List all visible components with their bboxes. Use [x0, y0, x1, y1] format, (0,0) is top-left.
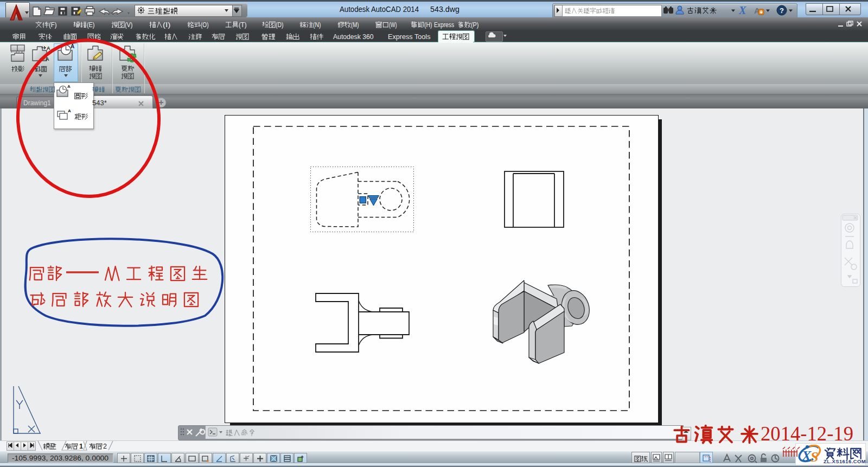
- svg-text:-105.9993, 203.9286, 0.0000: -105.9993, 203.9286, 0.0000: [12, 455, 108, 462]
- svg-text:X: X: [738, 4, 746, 16]
- svg-text:A: A: [68, 108, 71, 113]
- svg-text:(P): (P): [471, 21, 479, 29]
- svg-text:543*: 543*: [92, 99, 107, 107]
- svg-text:A: A: [71, 43, 74, 49]
- svg-text:Autodesk 360: Autodesk 360: [333, 33, 374, 41]
- svg-text:(W): (W): [389, 21, 397, 29]
- svg-text:(F): (F): [49, 21, 57, 29]
- svg-text:(T): (T): [239, 21, 247, 29]
- svg-text:(H): (H): [424, 21, 432, 29]
- svg-text:(M): (M): [351, 21, 359, 29]
- svg-text:(D): (D): [276, 21, 284, 29]
- svg-text:543.dwg: 543.dwg: [430, 4, 459, 14]
- svg-text:(I): (I): [163, 21, 171, 29]
- svg-text:Drawing1: Drawing1: [23, 99, 51, 107]
- svg-text:S: S: [810, 449, 818, 465]
- svg-text:Autodesk AutoCAD 2014: Autodesk AutoCAD 2014: [340, 4, 419, 14]
- svg-text:1: 1: [79, 443, 83, 450]
- svg-text:(O): (O): [201, 21, 209, 29]
- svg-text:?: ?: [780, 7, 784, 15]
- svg-text:A: A: [67, 84, 71, 89]
- svg-text:2: 2: [103, 443, 107, 450]
- svg-text:ZL.XS1616.COM: ZL.XS1616.COM: [824, 458, 866, 464]
- svg-text:(V): (V): [125, 21, 133, 29]
- svg-text:Express Tools: Express Tools: [388, 33, 431, 41]
- svg-text:(N): (N): [313, 21, 321, 29]
- svg-text:Express: Express: [434, 21, 454, 29]
- svg-text:2014-12-19: 2014-12-19: [761, 422, 853, 445]
- svg-text:A: A: [47, 46, 50, 51]
- svg-text:(E): (E): [87, 21, 95, 29]
